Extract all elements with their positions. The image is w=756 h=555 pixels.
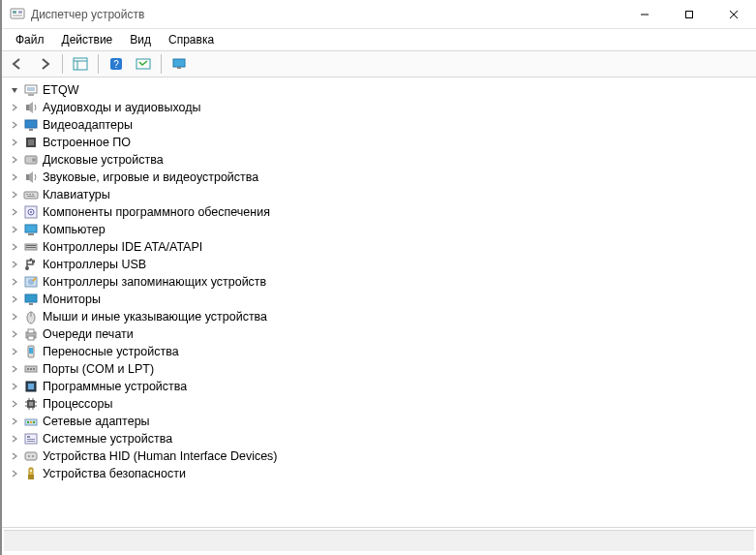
tree-item-label: Дисковые устройства xyxy=(43,153,164,167)
maximize-button[interactable] xyxy=(667,0,711,29)
tree-item-label: Порты (COM и LPT) xyxy=(43,362,154,376)
tree-item-label: Контроллеры запоминающих устройств xyxy=(43,275,266,289)
expander-closed-icon[interactable] xyxy=(8,223,21,236)
tree-item[interactable]: Компоненты программного обеспечения xyxy=(4,203,754,221)
svg-rect-75 xyxy=(27,436,30,438)
software-icon xyxy=(23,204,39,220)
svg-rect-71 xyxy=(27,421,29,423)
expander-closed-icon[interactable] xyxy=(8,275,21,289)
minimize-button[interactable] xyxy=(622,0,667,29)
menu-help[interactable]: Справка xyxy=(161,31,222,48)
expander-closed-icon[interactable] xyxy=(8,101,21,114)
tree-item[interactable]: Сетевые адаптеры xyxy=(4,413,754,430)
svg-point-56 xyxy=(30,368,32,370)
tree-item[interactable]: Программные устройства xyxy=(4,378,754,395)
toolbar-separator xyxy=(161,54,162,74)
svg-point-80 xyxy=(32,455,34,457)
expander-closed-icon[interactable] xyxy=(8,345,21,358)
toolbar-scan-button[interactable] xyxy=(132,53,155,75)
toolbar-separator xyxy=(98,54,99,74)
expander-closed-icon[interactable] xyxy=(8,310,21,324)
svg-rect-3 xyxy=(13,15,22,16)
svg-rect-73 xyxy=(33,421,35,423)
expander-closed-icon[interactable] xyxy=(8,240,21,254)
tree-root[interactable]: ETQW Аудиовходы и аудиовыходыВидеоадапте… xyxy=(4,81,754,482)
svg-rect-39 xyxy=(26,247,36,248)
toolbar-separator xyxy=(62,54,63,74)
tree-item[interactable]: Устройства HID (Human Interface Devices) xyxy=(4,447,754,465)
tree-item[interactable]: Мониторы xyxy=(4,291,754,308)
svg-point-79 xyxy=(28,455,30,457)
tree-item[interactable]: Встроенное ПО xyxy=(4,134,754,151)
expander-closed-icon[interactable] xyxy=(8,380,21,393)
expander-closed-icon[interactable] xyxy=(8,205,21,219)
svg-point-83 xyxy=(30,470,32,472)
svg-point-55 xyxy=(27,368,29,370)
tree-item[interactable]: Компьютер xyxy=(4,221,754,238)
tree-item[interactable]: Аудиовходы и аудиовыходы xyxy=(4,99,754,116)
cpu-icon xyxy=(23,396,39,412)
tree-item[interactable]: Переносные устройства xyxy=(4,343,754,360)
tree-item[interactable]: Системные устройства xyxy=(4,430,754,447)
svg-rect-26 xyxy=(26,174,29,180)
expander-closed-icon[interactable] xyxy=(8,415,21,428)
expander-closed-icon[interactable] xyxy=(8,362,21,376)
expander-closed-icon[interactable] xyxy=(8,258,21,271)
svg-rect-31 xyxy=(27,196,35,197)
statusbar xyxy=(4,530,754,551)
storage-icon xyxy=(23,274,39,290)
toolbar-back-button[interactable] xyxy=(6,53,29,75)
tree-item[interactable]: Очереди печати xyxy=(4,325,754,343)
tree-item[interactable]: Видеоадаптеры xyxy=(4,116,754,134)
expander-closed-icon[interactable] xyxy=(8,397,21,411)
expander-closed-icon[interactable] xyxy=(8,293,21,306)
expander-closed-icon[interactable] xyxy=(8,449,21,463)
svg-rect-53 xyxy=(29,348,33,354)
tree-item[interactable]: Мыши и иные указывающие устройства xyxy=(4,308,754,325)
expander-closed-icon[interactable] xyxy=(8,467,21,480)
svg-point-34 xyxy=(30,211,32,213)
toolbar-forward-button[interactable] xyxy=(33,53,56,75)
tree-item[interactable]: Устройства безопасности xyxy=(4,465,754,482)
tree-item-label: Устройства безопасности xyxy=(43,467,186,480)
tree-item[interactable]: Контроллеры запоминающих устройств xyxy=(4,273,754,291)
toolbar-monitor-button[interactable] xyxy=(167,53,191,75)
tree-item[interactable]: Дисковые устройства xyxy=(4,151,754,169)
expander-open-icon[interactable] xyxy=(8,83,21,97)
tree-item[interactable]: Клавиатуры xyxy=(4,186,754,203)
menu-view[interactable]: Вид xyxy=(122,31,159,48)
svg-rect-46 xyxy=(29,303,33,305)
toolbar-showhide-button[interactable] xyxy=(69,53,92,75)
svg-rect-45 xyxy=(25,294,37,302)
hid-icon xyxy=(23,448,39,464)
svg-rect-14 xyxy=(173,59,185,67)
tree-item[interactable]: Контроллеры USB xyxy=(4,256,754,273)
close-button[interactable] xyxy=(711,0,756,29)
mouse-icon xyxy=(23,309,39,324)
tree-item[interactable]: Звуковые, игровые и видеоустройства xyxy=(4,169,754,186)
svg-rect-1 xyxy=(13,11,16,14)
expander-closed-icon[interactable] xyxy=(8,327,21,341)
tree-item[interactable]: Процессоры xyxy=(4,395,754,413)
menu-action[interactable]: Действие xyxy=(54,31,121,48)
tree-item[interactable]: Контроллеры IDE ATA/ATAPI xyxy=(4,238,754,256)
expander-closed-icon[interactable] xyxy=(8,188,21,201)
toolbar: ? xyxy=(2,50,756,77)
tree-item-label: Видеоадаптеры xyxy=(43,118,133,132)
expander-closed-icon[interactable] xyxy=(8,118,21,132)
toolbar-help-button[interactable]: ? xyxy=(105,53,128,75)
expander-closed-icon[interactable] xyxy=(8,153,21,167)
svg-rect-51 xyxy=(28,336,34,340)
tree-item-label: Устройства HID (Human Interface Devices) xyxy=(43,449,278,463)
tree-item-label: Компьютер xyxy=(43,223,106,236)
svg-rect-36 xyxy=(28,233,34,235)
expander-closed-icon[interactable] xyxy=(8,432,21,446)
svg-rect-76 xyxy=(27,439,35,440)
tree-item[interactable]: Порты (COM и LPT) xyxy=(4,360,754,378)
expander-closed-icon[interactable] xyxy=(8,170,21,184)
expander-closed-icon[interactable] xyxy=(8,136,21,149)
tree-view[interactable]: ETQW Аудиовходы и аудиовыходыВидеоадапте… xyxy=(2,77,756,528)
menu-file[interactable]: Файл xyxy=(8,31,52,48)
printer-icon xyxy=(23,326,39,342)
keyboard-icon xyxy=(23,187,39,202)
